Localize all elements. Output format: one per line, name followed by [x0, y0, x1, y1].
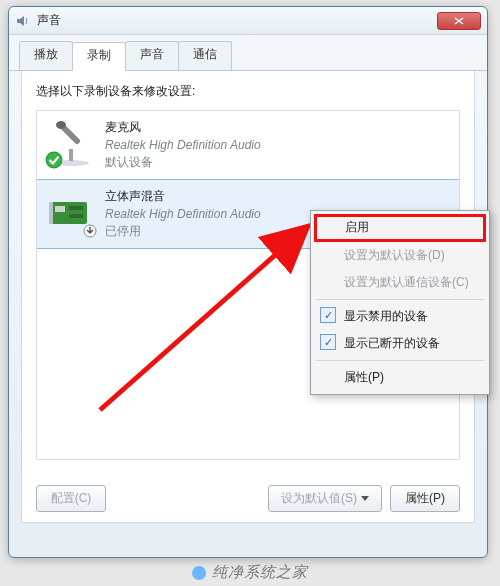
menu-separator: [316, 360, 484, 361]
svg-point-2: [56, 121, 66, 129]
menu-show-disconnected[interactable]: ✓ 显示已断开的设备: [314, 330, 486, 357]
set-default-button[interactable]: 设为默认值(S): [268, 485, 382, 512]
bottom-button-row: 配置(C) 设为默认值(S) 属性(P): [36, 485, 460, 512]
logo-icon: [192, 566, 206, 580]
device-status: 默认设备: [105, 154, 261, 171]
device-item-microphone[interactable]: 麦克风 Realtek High Definition Audio 默认设备: [37, 111, 459, 180]
speaker-icon: [15, 13, 31, 29]
menu-properties[interactable]: 属性(P): [314, 364, 486, 391]
svg-rect-1: [69, 149, 73, 161]
soundcard-icon: [47, 188, 95, 236]
menu-show-disabled[interactable]: ✓ 显示禁用的设备: [314, 303, 486, 330]
svg-point-3: [46, 152, 62, 168]
device-text: 立体声混音 Realtek High Definition Audio 已停用: [105, 188, 261, 240]
svg-rect-5: [55, 206, 65, 212]
close-icon: [454, 17, 464, 25]
tab-recording[interactable]: 录制: [72, 42, 126, 71]
watermark-text: 纯净系统之家: [212, 563, 308, 580]
device-status: 已停用: [105, 223, 261, 240]
svg-rect-7: [69, 214, 83, 218]
menu-enable[interactable]: 启用: [314, 214, 486, 242]
menu-show-disconnected-label: 显示已断开的设备: [344, 336, 440, 350]
checkmark-icon: ✓: [320, 334, 336, 350]
watermark: 纯净系统之家: [0, 563, 500, 582]
set-default-label: 设为默认值(S): [281, 491, 357, 505]
device-name: 立体声混音: [105, 188, 261, 205]
device-name: 麦克风: [105, 119, 261, 136]
instruction-text: 选择以下录制设备来修改设置:: [36, 83, 460, 100]
properties-button[interactable]: 属性(P): [390, 485, 460, 512]
tab-communications[interactable]: 通信: [178, 41, 232, 70]
window-title: 声音: [37, 12, 437, 29]
device-driver: Realtek High Definition Audio: [105, 138, 261, 152]
check-badge-icon: [45, 151, 63, 169]
menu-set-default-comm[interactable]: 设置为默认通信设备(C): [314, 269, 486, 296]
device-text: 麦克风 Realtek High Definition Audio 默认设备: [105, 119, 261, 171]
svg-rect-4: [51, 202, 87, 224]
menu-show-disabled-label: 显示禁用的设备: [344, 309, 428, 323]
tab-bar: 播放 录制 声音 通信: [9, 35, 487, 71]
chevron-down-icon: [361, 496, 369, 501]
svg-rect-6: [69, 206, 83, 210]
titlebar[interactable]: 声音: [9, 7, 487, 35]
microphone-icon: [47, 119, 95, 167]
down-badge-icon: [83, 224, 97, 238]
checkmark-icon: ✓: [320, 307, 336, 323]
configure-button[interactable]: 配置(C): [36, 485, 106, 512]
svg-rect-8: [49, 202, 53, 224]
device-driver: Realtek High Definition Audio: [105, 207, 261, 221]
close-button[interactable]: [437, 12, 481, 30]
menu-set-default-device[interactable]: 设置为默认设备(D): [314, 242, 486, 269]
tab-playback[interactable]: 播放: [19, 41, 73, 70]
tab-sounds[interactable]: 声音: [125, 41, 179, 70]
menu-separator: [316, 299, 484, 300]
context-menu: 启用 设置为默认设备(D) 设置为默认通信设备(C) ✓ 显示禁用的设备 ✓ 显…: [310, 210, 490, 395]
